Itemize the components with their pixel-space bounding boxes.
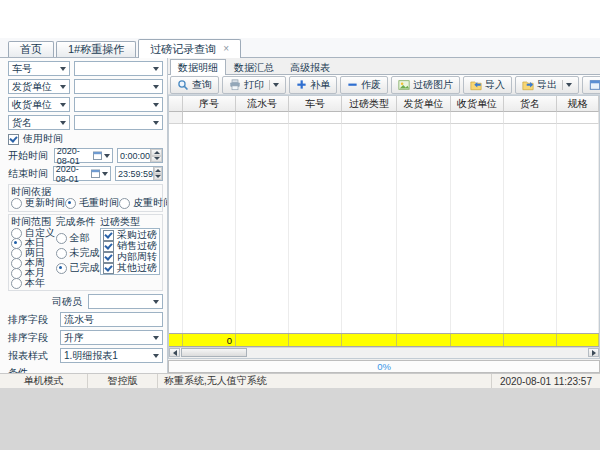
tab-weigh-record-query[interactable]: 过磅记录查询 × bbox=[138, 39, 241, 58]
radio-icon bbox=[119, 198, 130, 209]
checkbox-checked-icon bbox=[103, 241, 114, 252]
chevron-down-icon bbox=[153, 354, 159, 358]
shipper-field-selector[interactable]: 发货单位 bbox=[8, 79, 70, 94]
end-time-value: 23:59:59 bbox=[116, 169, 153, 179]
checkbox-checked-icon bbox=[103, 252, 114, 263]
weigh-images-button[interactable]: 过磅图片 bbox=[391, 76, 460, 94]
spin-down-button[interactable] bbox=[154, 174, 162, 181]
shipper-value-combo[interactable] bbox=[74, 79, 163, 94]
chevron-down-icon bbox=[102, 172, 108, 176]
data-panel: 数据明细 数据汇总 高级报表 查询 bbox=[168, 58, 600, 373]
start-time-spinner[interactable]: 0:00:00 bbox=[117, 148, 163, 163]
weighing-app-window: 首页 1#称重操作 过磅记录查询 × 车号 bbox=[0, 0, 600, 450]
sort-field-input[interactable]: 流水号 bbox=[60, 312, 163, 327]
radio-gross-time[interactable]: 毛重时间 bbox=[65, 196, 119, 210]
tab-weigh-operation-label: 1#称重操作 bbox=[68, 42, 124, 57]
radio-completion-unfinished[interactable]: 未完成 bbox=[56, 248, 101, 258]
end-time-spinner[interactable]: 23:59:59 bbox=[115, 166, 163, 181]
spinner-buttons bbox=[150, 149, 162, 162]
vehicle-value-combo[interactable] bbox=[74, 61, 163, 76]
column-header-weigh-type[interactable]: 过磅类型 bbox=[342, 96, 397, 112]
progress-bar: 0% bbox=[168, 360, 600, 373]
goods-value-combo[interactable] bbox=[74, 115, 163, 130]
column-header-receiver[interactable]: 收货单位 bbox=[451, 96, 504, 112]
scroll-right-button[interactable] bbox=[588, 348, 599, 357]
grid-summary-row: 0 bbox=[169, 333, 599, 347]
grid-empty-row[interactable] bbox=[169, 112, 599, 124]
settings-icon bbox=[589, 79, 600, 91]
chevron-down-icon bbox=[153, 336, 159, 340]
radio-icon bbox=[11, 278, 22, 289]
goods-field-label: 货名 bbox=[12, 116, 32, 130]
end-date-value: 2020-08-01 bbox=[56, 164, 89, 184]
app-frame: 首页 1#称重操作 过磅记录查询 × 车号 bbox=[0, 38, 600, 388]
radio-update-time[interactable]: 更新时间 bbox=[11, 196, 65, 210]
export-icon bbox=[522, 79, 534, 91]
dropdown-arrow-icon[interactable] bbox=[273, 83, 279, 87]
print-button[interactable]: 打印 bbox=[222, 76, 286, 94]
column-header-seq[interactable]: 序号 bbox=[183, 96, 236, 112]
dropdown-arrow-icon[interactable] bbox=[566, 83, 572, 87]
spin-down-button[interactable] bbox=[151, 156, 162, 163]
goods-filter-row: 货名 bbox=[8, 115, 163, 130]
column-header-shipper[interactable]: 发货单位 bbox=[397, 96, 451, 112]
column-header-spec[interactable]: 规格 bbox=[557, 96, 599, 112]
radio-icon bbox=[11, 248, 22, 259]
statusbar-mode: 单机模式 bbox=[0, 374, 88, 388]
void-button[interactable]: 作废 bbox=[340, 76, 388, 94]
radio-icon bbox=[11, 268, 22, 279]
time-basis-group: 时间依据 更新时间 毛重时间 皮重时间 bbox=[8, 184, 163, 212]
weigher-combo[interactable] bbox=[88, 294, 163, 309]
minus-icon bbox=[347, 79, 358, 90]
printer-icon bbox=[229, 79, 241, 91]
import-button[interactable]: 导入 bbox=[463, 76, 512, 94]
vehicle-field-selector[interactable]: 车号 bbox=[8, 61, 70, 76]
scrollbar-thumb[interactable] bbox=[181, 348, 247, 357]
column-header-vehicle[interactable]: 车号 bbox=[289, 96, 342, 112]
receiver-field-selector[interactable]: 收货单位 bbox=[8, 97, 70, 112]
radio-icon bbox=[11, 198, 22, 209]
tab-weigh-operation[interactable]: 1#称重操作 bbox=[56, 41, 136, 57]
tab-data-detail[interactable]: 数据明细 bbox=[170, 59, 226, 75]
use-time-checkbox[interactable] bbox=[8, 134, 19, 145]
range-completion-type-group: 时间范围 自定义 本日 两日 bbox=[8, 214, 163, 291]
window-top-margin bbox=[0, 0, 600, 38]
query-button[interactable]: 查询 bbox=[170, 76, 219, 94]
report-style-row: 报表样式 1.明细报表1 bbox=[8, 348, 163, 363]
radio-range-year[interactable]: 本年 bbox=[11, 278, 56, 288]
checkbox-other-weigh[interactable]: 其他过磅 bbox=[103, 263, 157, 273]
column-header-serial[interactable]: 流水号 bbox=[236, 96, 289, 112]
end-date-picker[interactable]: 2020-08-01 bbox=[53, 166, 111, 181]
tab-home[interactable]: 首页 bbox=[8, 41, 54, 57]
supplement-order-button[interactable]: 补单 bbox=[289, 76, 337, 94]
tab-advanced-report[interactable]: 高级报表 bbox=[282, 60, 338, 74]
radio-icon bbox=[56, 233, 67, 244]
radio-completion-finished[interactable]: 已完成 bbox=[56, 263, 101, 273]
export-button[interactable]: 导出 bbox=[515, 76, 579, 94]
sort-field-value: 流水号 bbox=[64, 313, 94, 327]
radio-tare-time[interactable]: 皮重时间 bbox=[119, 196, 168, 210]
statusbar-system-name: 称重系统,无人值守系统 bbox=[158, 374, 492, 388]
radio-completion-all[interactable]: 全部 bbox=[56, 233, 101, 243]
settings-button[interactable]: 设置 bbox=[582, 76, 600, 94]
sort-order-combo[interactable]: 升序 bbox=[60, 330, 163, 345]
radio-icon bbox=[11, 228, 22, 239]
tab-data-summary[interactable]: 数据汇总 bbox=[226, 60, 282, 74]
start-date-picker[interactable]: 2020-08-01 bbox=[54, 148, 113, 163]
radio-icon bbox=[56, 248, 67, 259]
report-style-label: 报表样式 bbox=[8, 349, 60, 363]
receiver-field-label: 收货单位 bbox=[12, 98, 52, 112]
report-style-combo[interactable]: 1.明细报表1 bbox=[60, 348, 163, 363]
scroll-left-button[interactable] bbox=[169, 348, 180, 357]
receiver-value-combo[interactable] bbox=[74, 97, 163, 112]
tab-home-label: 首页 bbox=[20, 42, 42, 57]
goods-field-selector[interactable]: 货名 bbox=[8, 115, 70, 130]
calendar-icon bbox=[93, 151, 102, 160]
sort-field-label: 排序字段 bbox=[8, 313, 60, 327]
chevron-down-icon bbox=[104, 154, 110, 158]
column-header-goods[interactable]: 货名 bbox=[504, 96, 557, 112]
search-icon bbox=[177, 79, 189, 91]
horizontal-scrollbar[interactable] bbox=[169, 347, 599, 358]
tab-close-icon[interactable]: × bbox=[223, 44, 229, 54]
time-range-column: 时间范围 自定义 本日 两日 bbox=[11, 216, 56, 288]
